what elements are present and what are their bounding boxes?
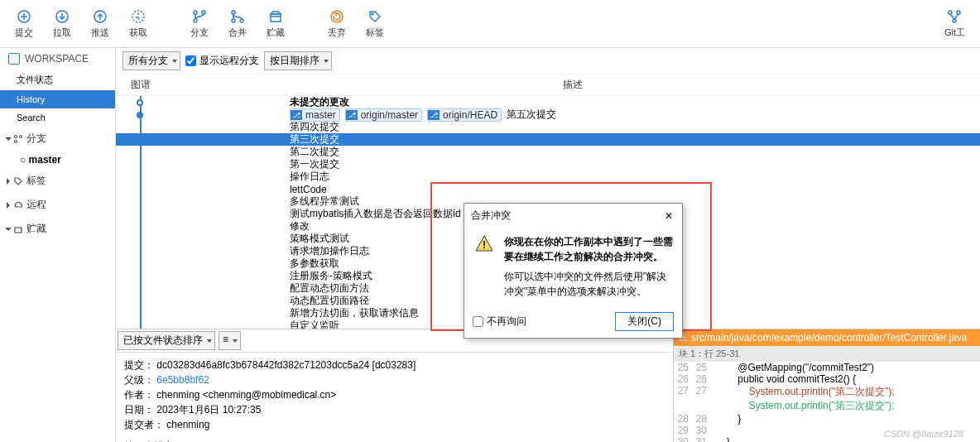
chevron-down-icon (5, 137, 12, 141)
warning-icon: ! (473, 234, 496, 254)
svg-rect-15 (271, 14, 281, 22)
dialog-message-1: 你现在在你的工作副本中遇到了一些需要在继续工作之前解决的合并冲突。 (504, 234, 674, 264)
watermark: CSDN @baize9128 (884, 429, 963, 439)
commit-list-header: 图谱 描述 (116, 74, 980, 96)
commit-icon (16, 8, 32, 25)
branch-filter-select[interactable]: 所有分支 (122, 51, 180, 70)
commit-info-pane: 已按文件状态排序 ≡ 提交： dc03283d46a8fc3b678442fd3… (116, 329, 674, 442)
stash-button[interactable]: 贮藏 (260, 7, 291, 41)
parent-hash-link[interactable]: 6e5bb8bf62 (156, 374, 209, 386)
svg-point-9 (194, 11, 197, 14)
fetch-icon (130, 8, 147, 25)
svg-text:!: ! (483, 239, 486, 251)
sidebar: WORKSPACE 文件状态 History Search 分支 ○ maste… (0, 48, 116, 442)
branch-master[interactable]: ○ master (0, 151, 115, 169)
merge-button[interactable]: 合并 (222, 7, 253, 41)
tags-section[interactable]: 标签 (0, 169, 115, 193)
svg-point-17 (372, 13, 373, 15)
commit-row[interactable]: 第二次提交 (116, 146, 980, 158)
fetch-button[interactable]: 获取 (122, 7, 154, 41)
svg-point-21 (15, 135, 17, 137)
commit-row[interactable]: 操作日志 (116, 171, 980, 183)
hunk-header: 块 1：行 25-31 (674, 346, 980, 362)
discard-button[interactable]: 丢弃 (321, 7, 353, 41)
commit-subject: 第三次提交 (124, 439, 665, 442)
workspace-icon (8, 53, 20, 65)
graph-column-header: 图谱 (116, 78, 166, 92)
show-remote-checkbox[interactable]: 显示远程分支 (185, 54, 259, 68)
svg-point-22 (15, 140, 17, 142)
pull-button[interactable]: 拉取 (46, 7, 78, 41)
svg-point-13 (232, 19, 235, 22)
sidebar-search[interactable]: Search (0, 108, 115, 127)
filter-bar: 所有分支 显示远程分支 按日期排序 (116, 48, 980, 74)
discard-icon (329, 8, 345, 25)
svg-point-18 (949, 11, 952, 14)
commit-row[interactable]: 第四次提交 (116, 121, 980, 133)
tag-button[interactable]: 标签 (359, 7, 391, 41)
file-status-sort[interactable]: 已按文件状态排序 (118, 331, 215, 350)
desc-column-header: 描述 (166, 78, 980, 92)
gitflow-button[interactable]: Git工 (938, 7, 972, 41)
commit-details: 提交： dc03283d46a8fc3b678442fd382c71203dcc… (116, 353, 673, 442)
gitflow-icon (946, 8, 963, 25)
svg-rect-24 (15, 228, 22, 233)
svg-point-12 (232, 11, 235, 14)
push-icon (92, 8, 108, 25)
dialog-close-button[interactable]: ✕ (662, 210, 675, 222)
chevron-right-icon (7, 202, 10, 209)
branch-button[interactable]: 分支 (184, 7, 215, 41)
svg-point-20 (953, 19, 956, 22)
branch-icon (191, 8, 208, 25)
chevron-down-icon (5, 228, 12, 231)
svg-point-23 (20, 135, 22, 137)
dont-ask-checkbox[interactable]: 不再询问 (473, 315, 526, 329)
commit-row[interactable]: 未提交的更改 (116, 96, 980, 108)
diff-pane: ⚠ src/main/java/com/example/demo/control… (674, 329, 980, 442)
remote-section[interactable]: 远程 (0, 193, 115, 217)
dialog-message-2: 你可以选中冲突的文件然后使用"解决冲突"菜单中的选项来解决冲突。 (504, 269, 674, 299)
sort-select[interactable]: 按日期排序 (264, 51, 332, 70)
branches-section[interactable]: 分支 (0, 127, 115, 151)
merge-conflict-dialog: 合并冲突✕ ! 你现在在你的工作副本中遇到了一些需要在继续工作之前解决的合并冲突… (464, 203, 683, 339)
push-button[interactable]: 推送 (84, 7, 116, 41)
tag-icon (367, 8, 383, 25)
view-mode-select[interactable]: ≡ (219, 331, 241, 350)
chevron-right-icon (7, 178, 10, 185)
stash-icon (267, 8, 284, 25)
sidebar-file-status[interactable]: 文件状态 (0, 70, 115, 90)
stash-section[interactable]: 贮藏 (0, 217, 115, 241)
commit-row[interactable]: 第一次提交 (116, 158, 980, 171)
dialog-title: 合并冲突 (471, 209, 511, 223)
workspace-header: WORKSPACE (0, 48, 115, 70)
svg-point-11 (202, 11, 205, 14)
svg-point-19 (957, 11, 960, 14)
merge-icon (229, 8, 246, 25)
dialog-close-action-button[interactable]: 关闭(C) (615, 312, 674, 331)
conflict-file-header[interactable]: ⚠ src/main/java/com/example/demo/control… (674, 329, 980, 346)
commit-button[interactable]: 提交 (8, 7, 40, 41)
main-toolbar: 提交 拉取 推送 获取 分支 合并 贮藏 丢弃 标签 Git工 (0, 0, 980, 48)
pull-icon (54, 8, 70, 25)
svg-point-10 (194, 19, 197, 22)
svg-point-14 (240, 19, 243, 22)
sidebar-history[interactable]: History (0, 90, 115, 108)
commit-row[interactable]: lettCode (116, 183, 980, 195)
commit-row[interactable]: ⎇master⎇origin/master⎇origin/HEAD第五次提交 (116, 108, 980, 121)
svg-point-16 (331, 11, 343, 22)
commit-row[interactable]: 第三次提交 (116, 133, 980, 146)
